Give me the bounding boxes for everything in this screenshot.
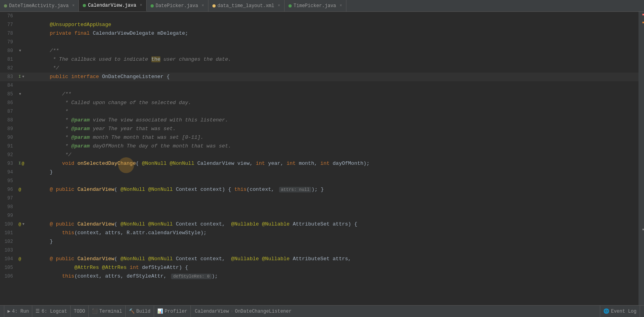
code-line: 78 private final CalendarViewDelegate mD… (0, 29, 638, 38)
annotation-icon[interactable]: @ (19, 220, 21, 229)
code-line: 102 } (0, 237, 638, 246)
line-gutter-icons: I▾ (18, 73, 37, 81)
code-line: 91 * @param dayOfMonth The day of the mo… (0, 142, 638, 151)
line-gutter-icons: ▾ (18, 47, 37, 55)
tab-label: DatePicker.java (156, 3, 198, 9)
code-line: 86 * Called upon change of the selected … (0, 99, 638, 107)
code-line: 88 * @param view The view associated wit… (0, 116, 638, 125)
line-gutter-icons: @ (18, 255, 37, 263)
line-code-content: this(context, attrs, defStyleAttr, defSt… (37, 272, 638, 281)
tab-dot (212, 4, 216, 7)
line-code-content: @UnsupportedAppUsage (37, 21, 638, 29)
fold-icon[interactable]: ▾ (22, 73, 25, 81)
line-code-content (37, 246, 638, 255)
implementation-icon[interactable]: I (19, 159, 21, 168)
tab-data-time-layout-xml[interactable]: data_time_layout.xml× (208, 0, 285, 11)
line-gutter-icons: I@ (18, 159, 37, 168)
tab-close-button[interactable]: × (278, 4, 280, 8)
terminal-label: Terminal (99, 309, 122, 314)
fold-icon[interactable]: ▾ (19, 90, 22, 99)
code-line: 83I▾ public interface OnDateChangeListen… (0, 73, 638, 81)
line-number: 93 (0, 159, 18, 168)
annotation-icon[interactable]: @ (19, 185, 21, 194)
line-gutter-icons: @ (18, 185, 37, 194)
line-number: 82 (0, 64, 18, 73)
build-button[interactable]: 🔨 Build (126, 306, 154, 317)
line-code-content (37, 12, 638, 21)
tab-close-button[interactable]: × (140, 3, 142, 7)
tab-label: DateTimeActivity.java (9, 3, 69, 9)
run-button[interactable]: ▶ 4: Run (4, 306, 32, 317)
line-number: 78 (0, 29, 18, 38)
line-code-content: * (37, 107, 638, 116)
code-line: 93I@ void onSelectedDayChange( @NonNull … (0, 159, 638, 168)
code-line: 76 (0, 12, 638, 21)
implementation-icon[interactable]: I (19, 73, 21, 81)
line-code-content: * @param month The month that was set [0… (37, 133, 638, 142)
code-line: 77 @UnsupportedAppUsage (0, 21, 638, 29)
code-line: 100@▾ @ public CalendarView( @NonNull @N… (0, 220, 638, 229)
tab-close-button[interactable]: × (72, 4, 74, 8)
fold-icon[interactable]: ▾ (22, 220, 25, 229)
tab-calendarview-java[interactable]: CalendarView.java× (79, 0, 146, 11)
code-line: 98 (0, 203, 638, 211)
code-line: 101 this(context, attrs, R.attr.calendar… (0, 229, 638, 237)
right-scrollbar[interactable] (638, 12, 644, 305)
profiler-label: Profiler (165, 309, 188, 314)
line-number: 88 (0, 116, 18, 125)
tab-timepicker-java[interactable]: TimePicker.java× (285, 0, 346, 11)
line-number: 92 (0, 151, 18, 159)
terminal-button[interactable]: ⬛ Terminal (89, 306, 126, 317)
event-log-icon: 🌐 (603, 308, 609, 314)
line-number: 97 (0, 194, 18, 203)
fold-icon[interactable]: ▾ (19, 47, 22, 55)
line-number: 91 (0, 142, 18, 151)
line-code-content: @ public CalendarView( @NonNull @NonNull… (37, 220, 638, 229)
tab-dot (151, 4, 154, 7)
breadcrumb-class[interactable]: CalendarView (195, 309, 229, 314)
code-line: 99 (0, 211, 638, 220)
code-line: 81 * The callback used to indicate the u… (0, 55, 638, 64)
line-code-content (37, 194, 638, 203)
tab-datetimeactivity-java[interactable]: DateTimeActivity.java× (0, 0, 79, 11)
line-number: 83 (0, 73, 18, 81)
line-number: 86 (0, 99, 18, 107)
tab-label: CalendarView.java (88, 3, 136, 8)
line-code-content: @AttrRes @AttrRes int defStyleAttr) { (37, 263, 638, 272)
breadcrumb-member[interactable]: OnDateChangeListener (235, 309, 292, 314)
profiler-button[interactable]: 📊 Profiler (154, 306, 191, 317)
tab-datepicker-java[interactable]: DatePicker.java× (147, 0, 208, 11)
code-line: 92 */ (0, 151, 638, 159)
line-number: 96 (0, 185, 18, 194)
code-line: 87 * (0, 107, 638, 116)
line-number: 102 (0, 237, 18, 246)
build-label: Build (136, 309, 151, 314)
line-number: 84 (0, 81, 18, 90)
line-number: 95 (0, 177, 18, 185)
code-line: 103 (0, 246, 638, 255)
event-log-button[interactable]: 🌐 Event Log (600, 306, 640, 317)
code-line: 82 */ (0, 64, 638, 73)
code-area[interactable]: 76 77 @UnsupportedAppUsage78 private fin… (0, 12, 638, 305)
tab-close-button[interactable]: × (202, 4, 204, 8)
line-number: 103 (0, 246, 18, 255)
annotation-icon[interactable]: @ (19, 255, 21, 263)
tab-bar: DateTimeActivity.java×CalendarView.java×… (0, 0, 644, 12)
line-number: 106 (0, 272, 18, 281)
line-code-content: public interface OnDateChangeListener { (37, 73, 638, 81)
tab-label: data_time_layout.xml (218, 3, 274, 9)
scroll-marker-3 (642, 229, 644, 230)
tab-close-button[interactable]: × (340, 4, 342, 8)
line-code-content: /** (37, 47, 638, 55)
line-number: 100 (0, 220, 18, 229)
logcat-button[interactable]: ☰ 6: Logcat (32, 306, 71, 317)
code-line: 84 (0, 81, 638, 90)
annotation-icon[interactable]: @ (22, 159, 24, 168)
tab-label: TimePicker.java (294, 3, 336, 9)
line-number: 90 (0, 133, 18, 142)
line-code-content (37, 38, 638, 47)
line-code-content: private final CalendarViewDelegate mDele… (37, 29, 638, 38)
line-code-content: * @param view The view associated with t… (37, 116, 638, 125)
line-number: 87 (0, 107, 18, 116)
todo-button[interactable]: TODO (71, 306, 89, 317)
